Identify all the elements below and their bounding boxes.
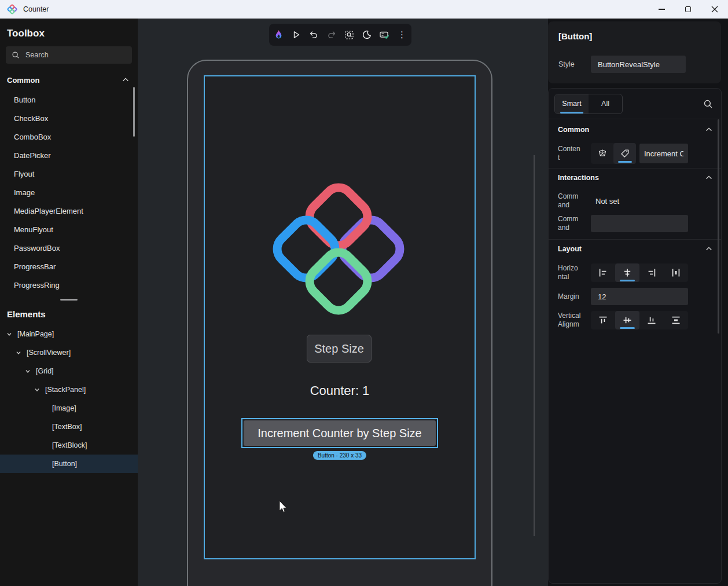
align-left-button[interactable] [591, 263, 615, 282]
align-center-button[interactable] [615, 263, 639, 282]
canvas-scrollbar[interactable] [534, 155, 535, 536]
section-layout-header[interactable]: Layout [549, 240, 721, 258]
app-logo-image[interactable] [274, 184, 403, 314]
toolbox-scrollbar[interactable] [133, 87, 135, 137]
vertical-alignment-label: Vertical Alignm [558, 312, 587, 329]
play-icon [292, 30, 301, 39]
content-literal-toggle[interactable] [613, 143, 636, 164]
toolbox-item-combobox[interactable]: ComboBox [0, 127, 138, 146]
tree-node-textbox[interactable]: [TextBox] [0, 417, 138, 436]
tab-smart[interactable]: Smart [555, 94, 589, 113]
design-canvas: ⋮ Step Size Counter: 1 Increment Counter… [138, 19, 548, 586]
align-stretch-button[interactable] [664, 263, 688, 282]
command2-label: Comm and [558, 215, 587, 232]
chevron-down-icon [6, 331, 13, 338]
tab-all[interactable]: All [589, 94, 622, 113]
tree-node-label: [TextBlock] [52, 441, 87, 449]
binding-icon [598, 149, 607, 158]
minimize-icon [659, 9, 665, 9]
tree-node-scrollviewer[interactable]: [ScrollViewer] [0, 343, 138, 362]
align-right-button[interactable] [639, 263, 664, 282]
close-icon [711, 6, 718, 13]
tree-node-image[interactable]: [Image] [0, 399, 138, 417]
selection-outline: Increment Counter by Step Size [241, 418, 438, 448]
toolbox-item-checkbox[interactable]: CheckBox [0, 109, 138, 127]
content-mode-toggle [591, 143, 636, 164]
tree-node-label: [StackPanel] [45, 386, 86, 394]
valign-center-button[interactable] [615, 311, 639, 329]
section-common-label: Common [558, 126, 705, 134]
toolbox-item-image[interactable]: Image [0, 183, 138, 202]
valign-bottom-icon [647, 316, 656, 325]
elements-tree: [MainPage] [ScrollViewer] [Grid] [StackP… [0, 325, 138, 473]
tree-node-label: [ScrollViewer] [27, 349, 71, 357]
tree-node-stackpanel[interactable]: [StackPanel] [0, 380, 138, 399]
toolbox-item-passwordbox[interactable]: PasswordBox [0, 239, 138, 257]
section-interactions-header[interactable]: Interactions [549, 169, 721, 187]
redo-icon [327, 30, 336, 39]
tree-node-textblock[interactable]: [TextBlock] [0, 436, 138, 455]
toolbox-item-datepicker[interactable]: DatePicker [0, 146, 138, 164]
page-surface[interactable]: Step Size Counter: 1 Increment Counter b… [204, 75, 476, 559]
tree-node-mainpage[interactable]: [MainPage] [0, 325, 138, 343]
command-input-row: Comm and [549, 211, 721, 236]
app-logo-icon [7, 4, 17, 14]
tag-icon [620, 149, 630, 158]
tree-node-button-selected[interactable]: [Button] [0, 455, 138, 473]
toolbox-item-button[interactable]: Button [0, 90, 138, 109]
minimize-button[interactable] [648, 0, 675, 19]
panel-splitter-handle[interactable] [0, 295, 138, 303]
device-frame: Step Size Counter: 1 Increment Counter b… [187, 60, 492, 586]
maximize-button[interactable] [675, 0, 701, 19]
properties-scrollbar[interactable] [718, 119, 719, 334]
kebab-icon: ⋮ [398, 32, 406, 38]
content-property-row: Conten t [549, 139, 721, 168]
counter-textblock[interactable]: Counter: 1 [205, 383, 475, 398]
zoom-to-fit-button[interactable] [341, 26, 357, 43]
properties-card: Smart All Common Conten t [548, 88, 722, 584]
increment-counter-button[interactable]: Increment Counter by Step Size [244, 420, 436, 446]
valign-top-icon [598, 316, 608, 325]
valign-top-button[interactable] [591, 311, 615, 329]
horizontal-alignment-group [591, 263, 688, 282]
tree-node-grid[interactable]: [Grid] [0, 362, 138, 380]
toolbox-item-menuflyout[interactable]: MenuFlyout [0, 220, 138, 239]
toolbox-list: Button CheckBox ComboBox DatePicker Flyo… [0, 90, 138, 294]
section-common-header[interactable]: Common [549, 120, 721, 139]
margin-input[interactable] [591, 288, 688, 305]
close-button[interactable] [701, 0, 728, 19]
properties-search-icon[interactable] [703, 99, 713, 109]
undo-button[interactable] [306, 26, 322, 43]
toolbox-item-progressbar[interactable]: ProgressBar [0, 257, 138, 276]
step-size-textbox[interactable]: Step Size [307, 335, 372, 362]
content-binding-toggle[interactable] [591, 143, 613, 164]
toolbox-search-input[interactable]: Search [6, 46, 132, 64]
valign-bottom-button[interactable] [639, 311, 664, 329]
segment-active-underline [620, 280, 635, 281]
chevron-up-icon [122, 76, 130, 84]
command-input[interactable] [591, 215, 688, 232]
play-button[interactable] [288, 26, 304, 43]
toolbox-item-progressring[interactable]: ProgressRing [0, 276, 138, 294]
canvas-toolbar: ⋮ [269, 24, 411, 46]
undo-icon [309, 30, 318, 39]
style-input[interactable] [591, 56, 686, 73]
more-options-button[interactable]: ⋮ [394, 26, 410, 43]
toolbox-search-placeholder: Search [25, 51, 49, 59]
vertical-alignment-row: Vertical Alignm [549, 308, 721, 332]
toolbox-section-common[interactable]: Common [0, 73, 138, 87]
settings-check-button[interactable] [376, 26, 392, 43]
chevron-up-icon [705, 245, 713, 253]
margin-label: Margin [558, 292, 587, 301]
hot-reload-button[interactable] [270, 26, 286, 43]
theme-toggle-button[interactable] [359, 26, 375, 43]
toolbox-item-mediaplayerelement[interactable]: MediaPlayerElement [0, 202, 138, 220]
toolbox-item-flyout[interactable]: Flyout [0, 164, 138, 183]
valign-stretch-button[interactable] [664, 311, 688, 329]
margin-property-row: Margin [549, 285, 721, 308]
selection-size-badge: Button - 230 x 33 [313, 451, 366, 460]
redo-button[interactable] [323, 26, 340, 43]
content-value-input[interactable] [639, 144, 688, 163]
title-bar: Counter [0, 0, 728, 19]
align-right-icon [647, 268, 656, 277]
